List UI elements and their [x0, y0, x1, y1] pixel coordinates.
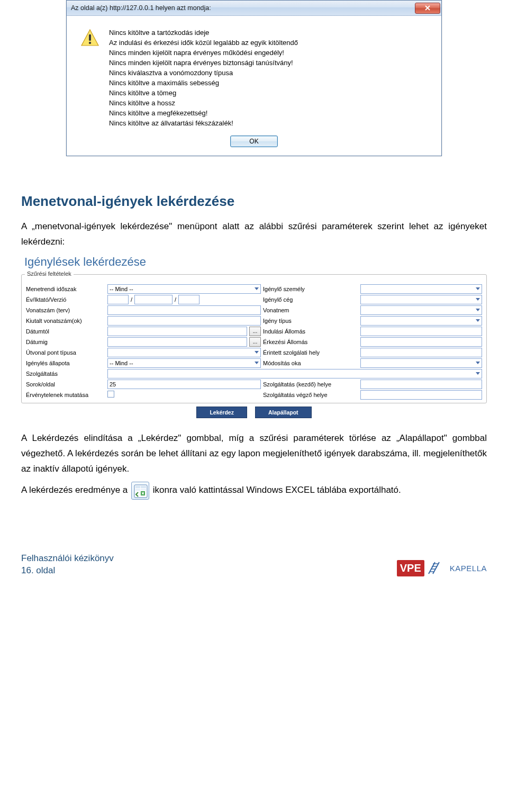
form-button-row: Lekérdez Alapállapot [21, 407, 487, 418]
label-erkezesi: Érkezési Állomás [263, 339, 358, 345]
svg-rect-6 [135, 489, 140, 491]
chevron-down-icon [255, 351, 259, 354]
input-erintett[interactable] [360, 348, 482, 357]
filter-grid: Menetrendi időszak -- Mind -- Igénylő sz… [26, 284, 482, 400]
dialog-line: Nincs kitöltve a tömeg [109, 88, 298, 98]
dialog-title: Az oldal a(z) http://127.0.0.1 helyen az… [71, 4, 211, 12]
svg-rect-7 [141, 489, 146, 491]
input-vonatszam[interactable] [107, 305, 261, 315]
checkbox-wrap [107, 391, 261, 399]
query-form: Igénylések lekérdezése Szűrési feltétele… [21, 255, 487, 418]
label-datumig: Dátumig [26, 339, 105, 345]
input-erkezesi[interactable] [360, 337, 482, 347]
input-szolg-kezdo[interactable] [360, 380, 482, 389]
datumig-wrap: ... [107, 337, 261, 347]
export-text-a: A lekérdezés eredménye a [21, 485, 130, 495]
dialog-line: Nincs kitöltve a tartózkodás ideje [109, 28, 298, 38]
select-igenylo-szemely[interactable] [360, 284, 482, 294]
excel-export-icon[interactable] [131, 482, 149, 500]
dialog-titlebar: Az oldal a(z) http://127.0.0.1 helyen az… [67, 1, 441, 16]
dialog-line: Nincs kitöltve a hossz [109, 98, 298, 108]
select-menetrendi[interactable]: -- Mind -- [107, 284, 261, 294]
checkbox-ervenytelenek[interactable] [107, 391, 114, 398]
label-menetrendi: Menetrendi időszak [26, 286, 105, 292]
label-vonatnem: Vonatnem [263, 307, 358, 313]
kapella-text: KAPELLA [450, 564, 487, 573]
chevron-down-icon [476, 372, 480, 375]
label-szolg-kezdo: Szolgáltatás (kezdő) helye [263, 381, 358, 387]
chevron-down-icon [476, 309, 480, 311]
dialog-line: Nincs kitöltve a megfékezettség! [109, 108, 298, 118]
input-kiutalt[interactable] [107, 316, 261, 326]
svg-rect-4 [135, 486, 140, 488]
input-datumtol[interactable] [107, 327, 247, 336]
alapallapot-button[interactable]: Alapállapot [255, 407, 312, 418]
alert-dialog: Az oldal a(z) http://127.0.0.1 helyen az… [66, 0, 442, 156]
label-utvonal: Útvonal pont típusa [26, 349, 105, 356]
dialog-line: Az indulási és érkezési idők közül legal… [109, 38, 298, 48]
warning-icon [80, 28, 102, 128]
document-body: Menetvonal-igények lekérdezése A „menetv… [0, 193, 508, 500]
label-ervenytelenek: Érvénytelenek mutatása [26, 392, 105, 398]
select-igeny-tipus[interactable] [360, 316, 482, 326]
rail-icon [427, 560, 447, 576]
dialog-message: Nincs kitöltve a tartózkodás ideje Az in… [102, 28, 298, 128]
label-modositas: Módosítás oka [263, 360, 358, 366]
vpe-logo: VPE KAPELLA [397, 560, 487, 576]
select-szolgaltatas[interactable] [107, 369, 482, 378]
label-igenylo-ceg: Igénylő cég [263, 296, 358, 303]
date-picker-button[interactable]: ... [249, 327, 261, 336]
svg-rect-5 [141, 486, 146, 488]
form-title: Igénylések lekérdezése [24, 255, 487, 269]
label-igenyles-allapota: Igénylés állapota [26, 360, 105, 366]
datumtol-wrap: ... [107, 327, 261, 336]
select-modositas[interactable] [360, 358, 482, 368]
slash: / [131, 296, 132, 303]
dialog-line: Nincs kitöltve a maximális sebesség [109, 78, 298, 88]
close-button[interactable] [415, 3, 440, 14]
select-utvonal[interactable] [107, 348, 261, 357]
vpe-badge: VPE [397, 560, 424, 576]
label-szolgaltatas: Szolgáltatás [26, 371, 105, 377]
page-footer: Felhasználói kézikönyv 16. oldal VPE KAP… [0, 505, 508, 587]
dialog-line: Nincs kitöltve az állvatartási fékszázal… [109, 118, 298, 128]
chevron-down-icon [476, 287, 480, 290]
select-vonatnem[interactable] [360, 305, 482, 315]
input-szolg-vegzo[interactable] [360, 390, 482, 400]
export-text-b: ikonra való kattintással Windows EXCEL t… [153, 485, 401, 495]
ev-inputs: / / [107, 295, 261, 304]
label-datumtol: Dátumtól [26, 328, 105, 335]
select-igenyles-allapota[interactable]: -- Mind -- [107, 358, 261, 368]
select-igenylo-ceg[interactable] [360, 295, 482, 304]
label-szolg-vegzo: Szolgáltatás végző helye [263, 392, 358, 398]
label-indulasi: Indulási Állomás [263, 328, 358, 335]
input-sorok[interactable]: 25 [107, 380, 261, 389]
lekerdez-button[interactable]: Lekérdez [196, 407, 247, 418]
input-verzio[interactable] [178, 295, 199, 304]
ok-button[interactable]: OK [230, 136, 278, 147]
fieldset-legend: Szűrési feltételek [25, 270, 74, 277]
svg-rect-1 [89, 34, 91, 41]
input-indulasi[interactable] [360, 327, 482, 336]
chevron-down-icon [476, 319, 480, 322]
label-erintett: Érintett szolgálati hely [263, 349, 358, 356]
footer-left: Felhasználói kézikönyv 16. oldal [21, 553, 114, 576]
dialog-body: Nincs kitöltve a tartózkodás ideje Az in… [67, 16, 441, 132]
export-paragraph: A lekérdezés eredménye a ikonra való kat… [21, 482, 487, 500]
label-ev: Év/Iktató/Verzió [26, 296, 105, 303]
date-picker-button[interactable]: ... [249, 337, 261, 347]
footer-title: Felhasználói kézikönyv [21, 553, 114, 564]
dialog-line: Nincs minden kijelölt napra érvényes biz… [109, 58, 298, 68]
dialog-line: Nincs kiválasztva a vonómozdony típusa [109, 68, 298, 78]
footer-page: 16. oldal [21, 565, 114, 576]
select-value: -- Mind -- [110, 360, 133, 366]
input-iktato[interactable] [134, 295, 173, 304]
close-icon [424, 5, 431, 11]
input-datumig[interactable] [107, 337, 247, 347]
sorok-value: 25 [110, 381, 116, 387]
chevron-down-icon [255, 362, 259, 364]
svg-point-2 [89, 42, 91, 44]
explain-paragraph: A Lekérdezés elindítása a „Lekérdez" gom… [21, 431, 487, 477]
input-ev[interactable] [107, 295, 129, 304]
section-heading: Menetvonal-igények lekérdezése [21, 193, 487, 210]
